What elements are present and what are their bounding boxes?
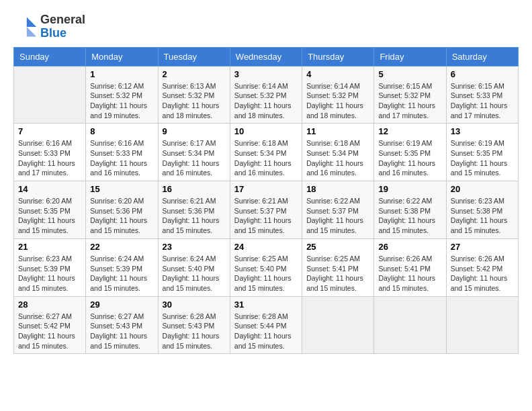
day-number: 29 — [90, 300, 153, 310]
day-number: 17 — [234, 184, 298, 194]
day-number: 9 — [163, 126, 226, 136]
calendar-cell: 9Sunrise: 6:17 AMSunset: 5:34 PMDaylight… — [158, 124, 230, 181]
day-number: 16 — [163, 184, 226, 194]
calendar-cell: 19Sunrise: 6:22 AMSunset: 5:38 PMDayligh… — [374, 181, 446, 239]
calendar-cell: 28Sunrise: 6:27 AMSunset: 5:42 PMDayligh… — [14, 296, 86, 354]
day-number: 11 — [306, 126, 369, 136]
day-number: 7 — [18, 126, 81, 136]
cell-info: Sunrise: 6:26 AMSunset: 5:41 PMDaylight:… — [378, 254, 441, 293]
day-number: 23 — [163, 242, 226, 252]
day-number: 25 — [306, 242, 369, 252]
logo-icon — [13, 15, 38, 39]
week-row-4: 21Sunrise: 6:23 AMSunset: 5:39 PMDayligh… — [14, 238, 519, 296]
cell-info: Sunrise: 6:24 AMSunset: 5:40 PMDaylight:… — [163, 254, 226, 293]
calendar-cell: 21Sunrise: 6:23 AMSunset: 5:39 PMDayligh… — [14, 238, 86, 296]
day-number: 14 — [18, 184, 81, 194]
day-number: 20 — [451, 184, 514, 194]
calendar-header: SundayMondayTuesdayWednesdayThursdayFrid… — [14, 47, 519, 66]
cell-info: Sunrise: 6:27 AMSunset: 5:42 PMDaylight:… — [18, 312, 81, 351]
logo: General Blue — [13, 13, 85, 40]
cell-info: Sunrise: 6:14 AMSunset: 5:32 PMDaylight:… — [306, 81, 369, 121]
calendar-cell: 27Sunrise: 6:26 AMSunset: 5:42 PMDayligh… — [446, 238, 518, 296]
weekday-tuesday: Tuesday — [158, 47, 230, 66]
day-number: 30 — [163, 300, 226, 310]
cell-info: Sunrise: 6:20 AMSunset: 5:36 PMDaylight:… — [90, 196, 153, 236]
calendar-cell: 26Sunrise: 6:26 AMSunset: 5:41 PMDayligh… — [374, 238, 446, 296]
calendar-cell: 1Sunrise: 6:12 AMSunset: 5:32 PMDaylight… — [86, 66, 158, 124]
cell-info: Sunrise: 6:18 AMSunset: 5:34 PMDaylight:… — [306, 138, 369, 178]
day-number: 6 — [451, 69, 514, 79]
calendar-cell: 7Sunrise: 6:16 AMSunset: 5:33 PMDaylight… — [14, 124, 86, 181]
calendar-cell: 13Sunrise: 6:19 AMSunset: 5:35 PMDayligh… — [446, 124, 518, 181]
cell-info: Sunrise: 6:24 AMSunset: 5:39 PMDaylight:… — [90, 254, 153, 293]
weekday-sunday: Sunday — [14, 47, 86, 66]
day-number: 22 — [90, 242, 153, 252]
day-number: 3 — [234, 69, 298, 79]
calendar-cell: 2Sunrise: 6:13 AMSunset: 5:32 PMDaylight… — [158, 66, 230, 124]
day-number: 12 — [378, 126, 441, 136]
svg-marker-1 — [27, 27, 36, 36]
weekday-header-row: SundayMondayTuesdayWednesdayThursdayFrid… — [14, 47, 519, 66]
cell-info: Sunrise: 6:12 AMSunset: 5:32 PMDaylight:… — [90, 81, 153, 121]
cell-info: Sunrise: 6:21 AMSunset: 5:37 PMDaylight:… — [234, 196, 298, 236]
weekday-thursday: Thursday — [302, 47, 374, 66]
day-number: 4 — [306, 69, 369, 79]
calendar-cell: 3Sunrise: 6:14 AMSunset: 5:32 PMDaylight… — [230, 66, 302, 124]
calendar-cell: 4Sunrise: 6:14 AMSunset: 5:32 PMDaylight… — [302, 66, 374, 124]
cell-info: Sunrise: 6:28 AMSunset: 5:43 PMDaylight:… — [163, 312, 226, 351]
day-number: 2 — [163, 69, 226, 79]
calendar-cell: 16Sunrise: 6:21 AMSunset: 5:36 PMDayligh… — [158, 181, 230, 239]
calendar-cell: 12Sunrise: 6:19 AMSunset: 5:35 PMDayligh… — [374, 124, 446, 181]
svg-marker-0 — [27, 17, 36, 26]
cell-info: Sunrise: 6:13 AMSunset: 5:32 PMDaylight:… — [163, 81, 226, 121]
calendar-cell: 29Sunrise: 6:27 AMSunset: 5:43 PMDayligh… — [86, 296, 158, 354]
calendar-cell: 8Sunrise: 6:16 AMSunset: 5:33 PMDaylight… — [86, 124, 158, 181]
cell-info: Sunrise: 6:27 AMSunset: 5:43 PMDaylight:… — [90, 312, 153, 351]
weekday-friday: Friday — [374, 47, 446, 66]
weekday-saturday: Saturday — [446, 47, 518, 66]
cell-info: Sunrise: 6:15 AMSunset: 5:33 PMDaylight:… — [451, 81, 514, 121]
calendar-body: 1Sunrise: 6:12 AMSunset: 5:32 PMDaylight… — [14, 66, 519, 354]
day-number: 27 — [451, 242, 514, 252]
cell-info: Sunrise: 6:15 AMSunset: 5:32 PMDaylight:… — [378, 81, 441, 121]
calendar-cell: 20Sunrise: 6:23 AMSunset: 5:38 PMDayligh… — [446, 181, 518, 239]
calendar-cell — [446, 296, 518, 354]
cell-info: Sunrise: 6:28 AMSunset: 5:44 PMDaylight:… — [234, 312, 298, 351]
calendar-cell: 25Sunrise: 6:25 AMSunset: 5:41 PMDayligh… — [302, 238, 374, 296]
calendar-cell: 5Sunrise: 6:15 AMSunset: 5:32 PMDaylight… — [374, 66, 446, 124]
calendar-cell: 14Sunrise: 6:20 AMSunset: 5:35 PMDayligh… — [14, 181, 86, 239]
calendar-table: SundayMondayTuesdayWednesdayThursdayFrid… — [13, 47, 519, 355]
weekday-monday: Monday — [86, 47, 158, 66]
day-number: 10 — [234, 126, 298, 136]
cell-info: Sunrise: 6:23 AMSunset: 5:39 PMDaylight:… — [18, 254, 81, 293]
calendar-cell: 15Sunrise: 6:20 AMSunset: 5:36 PMDayligh… — [86, 181, 158, 239]
cell-info: Sunrise: 6:16 AMSunset: 5:33 PMDaylight:… — [90, 138, 153, 178]
day-number: 21 — [18, 242, 81, 252]
day-number: 8 — [90, 126, 153, 136]
cell-info: Sunrise: 6:25 AMSunset: 5:41 PMDaylight:… — [306, 254, 369, 293]
cell-info: Sunrise: 6:23 AMSunset: 5:38 PMDaylight:… — [451, 196, 514, 236]
calendar-cell: 6Sunrise: 6:15 AMSunset: 5:33 PMDaylight… — [446, 66, 518, 124]
day-number: 1 — [90, 69, 153, 79]
week-row-3: 14Sunrise: 6:20 AMSunset: 5:35 PMDayligh… — [14, 181, 519, 239]
calendar-cell — [14, 66, 86, 124]
week-row-2: 7Sunrise: 6:16 AMSunset: 5:33 PMDaylight… — [14, 124, 519, 181]
calendar-cell: 22Sunrise: 6:24 AMSunset: 5:39 PMDayligh… — [86, 238, 158, 296]
logo-text: General Blue — [40, 13, 85, 40]
day-number: 15 — [90, 184, 153, 194]
calendar-cell — [374, 296, 446, 354]
cell-info: Sunrise: 6:19 AMSunset: 5:35 PMDaylight:… — [451, 138, 514, 178]
calendar-cell: 10Sunrise: 6:18 AMSunset: 5:34 PMDayligh… — [230, 124, 302, 181]
cell-info: Sunrise: 6:14 AMSunset: 5:32 PMDaylight:… — [234, 81, 298, 121]
calendar-cell: 11Sunrise: 6:18 AMSunset: 5:34 PMDayligh… — [302, 124, 374, 181]
cell-info: Sunrise: 6:26 AMSunset: 5:42 PMDaylight:… — [451, 254, 514, 293]
day-number: 31 — [234, 300, 298, 310]
calendar-cell: 18Sunrise: 6:22 AMSunset: 5:37 PMDayligh… — [302, 181, 374, 239]
cell-info: Sunrise: 6:20 AMSunset: 5:35 PMDaylight:… — [18, 196, 81, 236]
day-number: 26 — [378, 242, 441, 252]
cell-info: Sunrise: 6:22 AMSunset: 5:37 PMDaylight:… — [306, 196, 369, 236]
calendar-cell — [302, 296, 374, 354]
day-number: 19 — [378, 184, 441, 194]
cell-info: Sunrise: 6:18 AMSunset: 5:34 PMDaylight:… — [234, 138, 298, 178]
page-header: General Blue — [13, 13, 519, 40]
